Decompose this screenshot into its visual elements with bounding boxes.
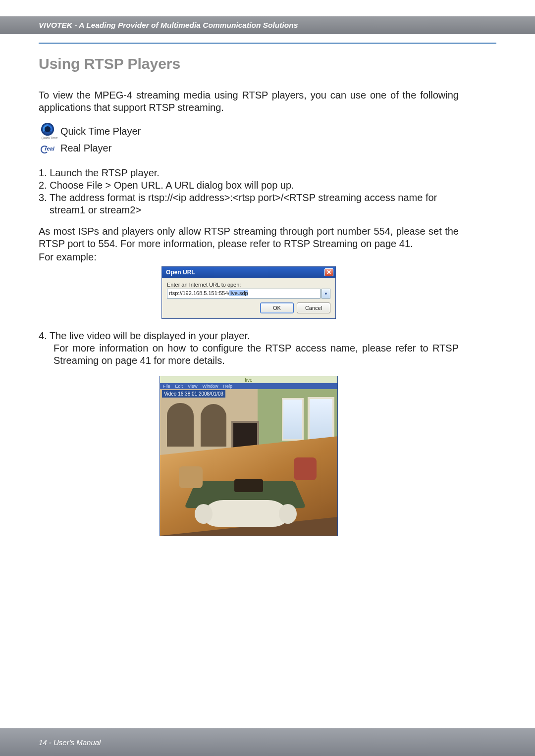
menu-view[interactable]: View	[188, 384, 197, 389]
quicktime-label: Quick Time Player	[60, 126, 141, 137]
url-input[interactable]: rtsp://192.168.5.151:554/live.sdp	[167, 289, 321, 299]
menu-file[interactable]: File	[163, 384, 170, 389]
note-paragraph: As most ISPs and players only allow RTSP…	[39, 225, 459, 250]
intro-paragraph: To view the MPEG-4 streaming media using…	[39, 89, 459, 114]
dialog-titlebar: Open URL ✕	[162, 267, 335, 278]
menu-window[interactable]: Window	[202, 384, 218, 389]
header-text: VIVOTEK - A Leading Provider of Multimed…	[39, 21, 298, 30]
icon-cell: QuickTime	[39, 123, 60, 140]
icon-cell: real	[39, 145, 60, 152]
url-dropdown-button[interactable]: ▼	[321, 289, 330, 299]
room-coffee-table	[234, 479, 263, 492]
footer-text: 14 - User's Manual	[39, 738, 101, 747]
room-arch-1	[167, 403, 194, 447]
dialog-title: Open URL	[166, 269, 195, 276]
quicktime-caption: QuickTime	[41, 136, 57, 140]
video-player-window: live File Edit View Window Help	[160, 376, 338, 536]
room-chair-left	[179, 466, 203, 488]
room-arch-2	[201, 404, 226, 447]
quicktime-icon-wrap: QuickTime	[41, 123, 57, 140]
url-text-plain: rtsp://192.168.5.151:554/	[169, 290, 229, 296]
player-row-quicktime: QuickTime Quick Time Player	[39, 123, 459, 140]
menu-help[interactable]: Help	[223, 384, 232, 389]
player-row-realplayer: real Real Player	[39, 143, 459, 154]
step-3-cont: stream1 or stream2>	[39, 204, 459, 216]
dialog-button-row: OK Cancel	[167, 302, 330, 313]
video-timestamp-overlay: Video 16:38:01 2008/01/03	[162, 390, 225, 398]
step-3: 3. The address format is rtsp://<ip addr…	[39, 192, 459, 204]
header-underline	[39, 43, 496, 44]
step-2: 2. Choose File > Open URL. A URL dialog …	[39, 179, 459, 192]
step-1: 1. Launch the RTSP player.	[39, 167, 459, 179]
room-chair-right	[294, 457, 317, 480]
header-band: VIVOTEK - A Leading Provider of Multimed…	[0, 16, 535, 34]
video-player-wrap: live File Edit View Window Help	[39, 376, 459, 536]
close-icon[interactable]: ✕	[324, 268, 333, 276]
cancel-button[interactable]: Cancel	[297, 302, 330, 313]
dialog-body: Enter an Internet URL to open: rtsp://19…	[162, 278, 335, 318]
realplayer-icon-text: real	[45, 146, 54, 151]
realplayer-label: Real Player	[60, 143, 111, 154]
step4-block: 4. The live video will be displayed in y…	[39, 330, 459, 367]
room-window-2	[282, 398, 304, 441]
ok-button[interactable]: OK	[260, 302, 294, 313]
player-menu-bar: File Edit View Window Help	[160, 383, 337, 389]
player-window-title: live	[160, 376, 337, 383]
page-title: Using RTSP Players	[39, 55, 459, 72]
example-label: For example:	[39, 251, 459, 263]
room-window	[308, 397, 334, 442]
quicktime-icon	[41, 123, 54, 136]
footer-band: 14 - User's Manual	[0, 728, 535, 756]
open-url-dialog: Open URL ✕ Enter an Internet URL to open…	[161, 266, 336, 319]
room-sofa	[204, 500, 288, 527]
player-list: QuickTime Quick Time Player real Real Pl…	[39, 123, 459, 154]
dialog-field-label: Enter an Internet URL to open:	[167, 282, 330, 288]
chevron-down-icon: ▼	[324, 292, 328, 296]
open-url-dialog-wrap: Open URL ✕ Enter an Internet URL to open…	[39, 266, 459, 319]
content-area: Using RTSP Players To view the MPEG-4 st…	[39, 55, 459, 536]
menu-edit[interactable]: Edit	[175, 384, 183, 389]
url-text-highlighted: live.sdp	[229, 290, 248, 296]
video-frame: Video 16:38:01 2008/01/03	[160, 389, 337, 536]
document-page: VIVOTEK - A Leading Provider of Multimed…	[0, 0, 535, 756]
step-4-detail: For more information on how to configure…	[39, 342, 459, 367]
steps-block: 1. Launch the RTSP player. 2. Choose Fil…	[39, 167, 459, 216]
url-input-row: rtsp://192.168.5.151:554/live.sdp ▼	[167, 289, 330, 299]
realplayer-icon: real	[42, 145, 57, 152]
step-4: 4. The live video will be displayed in y…	[39, 330, 459, 342]
